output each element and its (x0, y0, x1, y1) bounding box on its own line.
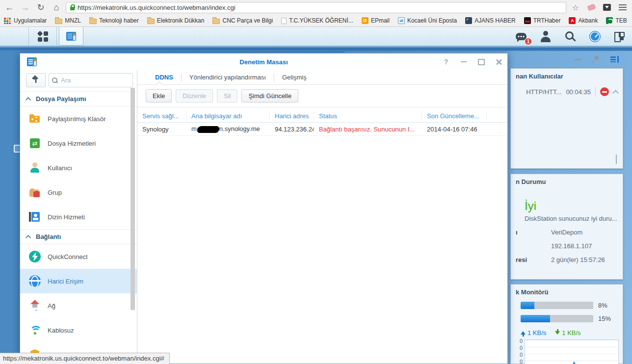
teb-icon (606, 17, 613, 24)
bookmark-folder[interactable]: MNZL (55, 17, 81, 24)
close-icon[interactable] (496, 58, 502, 65)
chevron-up-icon[interactable] (612, 90, 619, 96)
section-file-sharing[interactable]: Dosya Paylaşımı (20, 91, 137, 106)
widget-panel-toggle-icon[interactable] (610, 56, 619, 63)
user-menu-button[interactable] (540, 30, 552, 42)
https-padlock-icon[interactable] (70, 4, 75, 10)
column-hostname[interactable]: Ana bilgisayar adı (186, 111, 270, 121)
wifi-icon (29, 324, 41, 336)
sidebar-search[interactable] (49, 73, 133, 87)
section-connectivity[interactable]: Bağlantı (20, 229, 137, 244)
minimize-icon[interactable] (460, 58, 467, 65)
upload-rate: 1 KB/s (521, 329, 546, 337)
taskbar-control-panel-button[interactable] (59, 27, 83, 46)
search-input[interactable] (60, 76, 130, 84)
bookmark-akbank[interactable]: AAkbank (569, 17, 598, 24)
folder-icon (55, 19, 62, 24)
add-button[interactable]: Ekle (146, 89, 172, 103)
download-rate: 1 KB/s (555, 329, 580, 337)
url-text[interactable]: https://mekatronik.us.quickconnect.to/we… (78, 4, 236, 11)
resource-monitor-widget: k Monitörü 8% 15% 1 KB/s 1 KB/s 0 0 0 (510, 284, 623, 364)
forward-icon[interactable]: → (19, 1, 31, 13)
system-health-button[interactable] (589, 30, 601, 42)
download-arrow-icon (555, 331, 560, 335)
window-titlebar[interactable]: Denetim Masası ? (20, 53, 507, 70)
upload-arrow-icon (521, 331, 526, 335)
update-now-button[interactable]: Şimdi Güncelle (241, 89, 298, 103)
url-bar[interactable]: https://mekatronik.us.quickconnect.to/we… (66, 2, 566, 13)
extension-icon[interactable] (601, 1, 613, 13)
sidebar-item-file-services[interactable]: Dosya Hizmetleri (20, 131, 137, 156)
sidebar-item-user[interactable]: Kullanıcı (20, 156, 137, 180)
search-button[interactable] (564, 30, 576, 42)
window-title: Denetim Masası (20, 58, 507, 66)
column-status[interactable]: Status (314, 111, 422, 121)
sidebar-item-quickconnect[interactable]: QuickConnect (20, 244, 137, 269)
maximize-icon[interactable] (478, 58, 485, 65)
cell-provider: Synology (137, 126, 186, 133)
chevron-down-icon[interactable] (616, 155, 617, 164)
bookmark-trt[interactable]: TRTHaber (524, 17, 561, 24)
sidebar-item-external-access[interactable]: Harici Erişim (20, 269, 137, 293)
notification-badge: 1 (525, 38, 532, 45)
table-row[interactable]: Synology mn.synology.me 94.123.236.24 Ba… (137, 123, 507, 136)
quickconnect-icon (29, 251, 41, 262)
browser-menu-icon[interactable] (616, 1, 629, 13)
home-icon[interactable]: ⌂ (50, 1, 63, 13)
system-health-widget: n Durumu İyi DiskStation sunucunuz iyi d… (510, 174, 623, 280)
bookmark-epmail[interactable]: OEPmail (362, 17, 390, 24)
eraser-extension-icon[interactable] (585, 1, 598, 13)
widget-pin-icon[interactable] (592, 55, 600, 63)
bookmark-folder[interactable]: CNC Parça ve Bilgi (212, 17, 273, 24)
chevron-up-icon (26, 234, 31, 240)
sidebar-scrollbar[interactable] (131, 70, 135, 364)
browser-toolbar: ← → ↻ ⌂ https://mekatronik.us.quickconne… (0, 0, 632, 15)
bookmark-teb[interactable]: TEB (606, 17, 627, 24)
akbank-icon: A (569, 17, 576, 24)
cpu-bar-row: 8% (516, 302, 618, 309)
tab-router-configuration[interactable]: Yönlendirici yapılandırması (182, 74, 274, 81)
delete-button[interactable]: Sil (217, 89, 237, 103)
bookmark-star-icon[interactable]: ☆ (569, 1, 582, 13)
bookmark-apps[interactable]: Uygulamalar (4, 17, 47, 24)
widget-minimize-icon[interactable] (575, 59, 581, 60)
back-icon[interactable]: ← (3, 1, 16, 13)
bookmark-ajans[interactable]: AJANS HABER (465, 17, 515, 24)
bookmark-folder[interactable]: Teknoloji haber (89, 17, 139, 24)
help-icon[interactable]: ? (443, 58, 449, 65)
sidebar-item-shared-folder[interactable]: Paylaştırılmış Klasör (20, 106, 137, 131)
protocol-label: HTTP/HTT... (526, 88, 561, 96)
main-menu-icon (38, 31, 48, 42)
sidebar-item-group[interactable]: Grup (20, 180, 137, 205)
bookmarks-bar: Uygulamalar MNZL Teknoloji haber Elektro… (0, 15, 632, 27)
scrollbar-thumb[interactable] (131, 88, 135, 310)
tab-advanced[interactable]: Gelişmiş (274, 74, 315, 81)
pilot-view-button[interactable] (613, 30, 625, 42)
bookmark-page[interactable]: T.C.YÜKSEK ÖĞRENİ... (281, 17, 353, 24)
group-icon (29, 186, 41, 198)
column-service-provider[interactable]: Servis sağl... (137, 111, 186, 121)
shared-folder-icon (29, 113, 41, 125)
ram-bar (521, 315, 593, 322)
bookmark-kocaeli[interactable]: atKocaeli Üni Eposta (398, 17, 457, 24)
sidebar-item-directory-service[interactable]: Dizin Hizmeti (20, 205, 137, 229)
column-last-update[interactable]: Son Güncelleme... (422, 111, 487, 121)
folder-icon (147, 19, 155, 24)
main-menu-button[interactable] (28, 27, 57, 46)
tab-ddns[interactable]: DDNS (147, 74, 181, 81)
notifications-button[interactable]: 1 (515, 30, 527, 42)
sidebar-item-network[interactable]: Ağ (20, 293, 137, 318)
sidebar-item-wireless[interactable]: Kablosuz (20, 318, 137, 342)
home-button[interactable] (26, 73, 46, 87)
reload-icon[interactable]: ↻ (34, 1, 47, 13)
bookmark-folder[interactable]: Elektronik Dükkan (147, 17, 205, 24)
chart-axis-labels: 0 0 0 0 (517, 338, 523, 364)
block-user-icon[interactable] (600, 87, 609, 96)
health-description: DiskStation sunucunuz iyi duru... (525, 215, 618, 222)
edit-button[interactable]: Düzenle (176, 89, 213, 103)
cell-external-address: 94.123.236.24 (270, 126, 314, 133)
file-services-icon (29, 137, 41, 149)
column-external-address[interactable]: Harici adres (270, 111, 314, 121)
home-icon (32, 78, 39, 83)
cell-last-update: 2014-04-16 07:46 (422, 126, 487, 133)
